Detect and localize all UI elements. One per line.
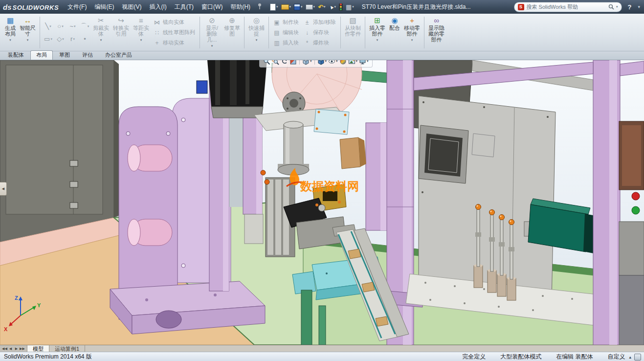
dropdown-arrow-icon: ▾ bbox=[140, 37, 142, 43]
edit-appearance-icon[interactable] bbox=[339, 60, 347, 65]
make-part-from-block-label: 从块制作零件 bbox=[344, 25, 361, 37]
zoom-fit-icon[interactable] bbox=[263, 60, 270, 65]
smart-dimension-button[interactable]: ↔ 智能尺寸 ▾ bbox=[18, 15, 38, 50]
statusbar-expand-icon[interactable]: ▴ bbox=[629, 355, 631, 360]
convert-entities-button[interactable]: ↪ 转换实引用 bbox=[111, 15, 131, 50]
show-hidden-components-button[interactable]: ∞ 显示隐藏的零部件 bbox=[426, 15, 446, 50]
move-entities-button[interactable]: + 移动实体 bbox=[151, 38, 198, 48]
hide-show-items-icon[interactable]: ▾ bbox=[328, 60, 338, 65]
trim-entities-button[interactable]: ✂ 剪裁实体 ▾ bbox=[91, 15, 111, 50]
section-view-icon[interactable] bbox=[289, 60, 297, 65]
viewport-3d-scene[interactable]: 数据资料网 Z Y X bbox=[0, 60, 644, 345]
insert-block-button[interactable]: ▥ 插入块 bbox=[271, 38, 301, 48]
apply-scene-icon[interactable]: ▾ bbox=[348, 60, 358, 65]
make-block-button[interactable]: ▣ 制作块 bbox=[271, 17, 301, 27]
linear-sketch-pattern-button[interactable]: ∷ 线性草图阵列 bbox=[151, 27, 198, 38]
offset-entities-button[interactable]: ≡ 等距实体 ▾ bbox=[131, 15, 151, 50]
tab-motion-study-1[interactable]: 运动算例1 bbox=[49, 345, 85, 352]
create-layout-button[interactable]: ▦ 生成布局 ▾ bbox=[3, 15, 18, 50]
print-button[interactable]: ▾ bbox=[305, 2, 316, 12]
add-remove-button[interactable]: ± 添加/移除 bbox=[301, 17, 338, 27]
sketch-fillet-button[interactable]: r▾ bbox=[67, 33, 79, 45]
titlebar-chevron-icon[interactable]: ▾ bbox=[638, 4, 640, 9]
statusbar-customize[interactable]: 自定义 bbox=[607, 353, 625, 361]
model-motion-tab-bar: ◀◀ ◀ ▶ ▶▶ 模型 运动算例1 bbox=[0, 345, 644, 352]
hud-divider bbox=[314, 60, 315, 65]
tab-scroll-next-icon[interactable]: ▶ bbox=[14, 347, 19, 351]
blocks-column-2: ± 添加/移除 ↓ 保存块 * 爆炸块 bbox=[301, 15, 338, 50]
sketch-spline-button[interactable]: ~▾ bbox=[67, 20, 79, 33]
zoom-area-icon[interactable] bbox=[272, 60, 279, 65]
tab-assembly[interactable]: 装配体 bbox=[2, 50, 30, 60]
explode-block-icon: * bbox=[304, 40, 311, 46]
save-block-label: 保存块 bbox=[313, 29, 329, 36]
quick-snaps-button[interactable]: ◎ 快速捕捉 ▾ bbox=[246, 15, 266, 50]
open-document-button[interactable]: ▾ bbox=[280, 2, 292, 12]
menu-tools[interactable]: 工具(T) bbox=[171, 0, 198, 14]
display-style-icon[interactable]: ▾ bbox=[317, 60, 327, 65]
insert-components-button[interactable]: ⊞ 插入零部件 ▾ bbox=[367, 15, 387, 50]
display-delete-relations-button[interactable]: ⊘ 显示/删除几... ▾ bbox=[202, 15, 222, 50]
panel-collapse-button[interactable]: ◀ bbox=[0, 182, 7, 196]
view-settings-icon[interactable]: ▾ bbox=[359, 60, 369, 65]
move-component-button[interactable]: + 移动零部件 ▾ bbox=[402, 15, 422, 50]
sketch-rectangle-button[interactable]: ▭▾ bbox=[42, 33, 54, 45]
rebuild-button[interactable] bbox=[338, 2, 344, 12]
sketch-point-button[interactable]: • bbox=[79, 33, 91, 45]
solidworks-logo: ds SOLIDWORKS bbox=[3, 3, 59, 11]
sketch-arc-button[interactable]: ⌒▾ bbox=[79, 20, 91, 33]
menu-edit[interactable]: 编辑(E) bbox=[90, 0, 118, 14]
graphics-area[interactable]: 数据资料网 Z Y X bbox=[0, 60, 644, 345]
sketch-line-button[interactable]: ╲▾ bbox=[42, 20, 54, 33]
add-remove-icon: ± bbox=[304, 19, 311, 26]
insert-block-icon: ▥ bbox=[273, 40, 280, 46]
select-arrow-button[interactable]: ▲▾ bbox=[328, 2, 337, 12]
undo-button[interactable]: ↶▾ bbox=[317, 2, 326, 12]
save-block-icon: ↓ bbox=[304, 29, 311, 36]
tab-scroll-last-icon[interactable]: ▶▶ bbox=[20, 347, 25, 351]
quick-toolbar: ▾ ▾ ▾ ▾ ↶▾ ▲▾ ▦▾ bbox=[269, 2, 355, 12]
display-delete-relations-icon: ⊘ bbox=[209, 16, 215, 25]
view-orientation-icon[interactable]: ▾ bbox=[302, 60, 312, 65]
menu-help[interactable]: 帮助(H) bbox=[226, 0, 254, 14]
repair-sketch-button[interactable]: ⊕ 修复草图 bbox=[222, 15, 242, 50]
add-remove-label: 添加/移除 bbox=[313, 19, 336, 26]
tab-model[interactable]: 模型 bbox=[27, 345, 49, 352]
menu-window[interactable]: 窗口(W) bbox=[198, 0, 226, 14]
sketch-circle-button[interactable]: ○▾ bbox=[54, 20, 67, 33]
help-button[interactable]: ? bbox=[626, 3, 634, 11]
mate-button[interactable]: ◉ 配合 bbox=[387, 15, 402, 50]
solidworks-window: ds SOLIDWORKS 文件(F) 编辑(E) 视图(V) 插入(I) 工具… bbox=[0, 0, 644, 361]
move-entities-label: 移动实体 bbox=[163, 39, 184, 46]
new-document-button[interactable]: ▾ bbox=[269, 2, 279, 12]
sketch-ellipse-button[interactable]: ◇▾ bbox=[54, 33, 67, 45]
search-dropdown-icon[interactable]: ▾ bbox=[616, 5, 618, 9]
offset-entities-icon: ≡ bbox=[139, 16, 143, 25]
menu-bar: 文件(F) 编辑(E) 视图(V) 插入(I) 工具(T) 窗口(W) 帮助(H… bbox=[64, 0, 254, 14]
menu-file[interactable]: 文件(F) bbox=[64, 0, 90, 14]
menu-insert[interactable]: 插入(I) bbox=[145, 0, 170, 14]
tab-scroll-first-icon[interactable]: ◀◀ bbox=[2, 347, 7, 351]
menu-view[interactable]: 视图(V) bbox=[118, 0, 145, 14]
save-block-button[interactable]: ↓ 保存块 bbox=[301, 27, 338, 38]
make-part-from-block-button[interactable]: ▧ 从块制作零件 bbox=[343, 15, 363, 50]
insert-components-label: 插入零部件 bbox=[369, 25, 386, 37]
tab-sketch[interactable]: 草图 bbox=[53, 50, 76, 60]
mirror-entities-button[interactable]: ⋈ 镜向实体 bbox=[151, 17, 198, 27]
tab-office-products[interactable]: 办公室产品 bbox=[99, 50, 138, 60]
statusbar-product-label: SolidWorks Premium 2014 x64 版 bbox=[4, 353, 92, 361]
statusbar-quickview-icon[interactable] bbox=[634, 354, 641, 361]
previous-view-icon[interactable] bbox=[281, 60, 288, 65]
offset-entities-label: 等距实体 bbox=[133, 25, 150, 37]
search-magnifier-icon[interactable] bbox=[608, 4, 614, 10]
menu-pin-icon[interactable] bbox=[257, 3, 262, 11]
document-title: ST70 Lever和Pin压装并且激光焊接.slda... bbox=[362, 3, 471, 11]
edit-block-button[interactable]: ▤ 编辑块 bbox=[271, 27, 301, 38]
tab-layout[interactable]: 布局 bbox=[30, 50, 53, 60]
explode-block-button[interactable]: * 爆炸块 bbox=[301, 38, 338, 48]
options-button[interactable]: ▦▾ bbox=[345, 2, 355, 12]
help-search-box[interactable]: S 搜索 SolidWorks 帮助 ▾ bbox=[514, 2, 622, 12]
tab-scroll-prev-icon[interactable]: ◀ bbox=[8, 347, 13, 351]
save-button[interactable]: ▾ bbox=[293, 2, 304, 12]
tab-evaluate[interactable]: 评估 bbox=[76, 50, 99, 60]
